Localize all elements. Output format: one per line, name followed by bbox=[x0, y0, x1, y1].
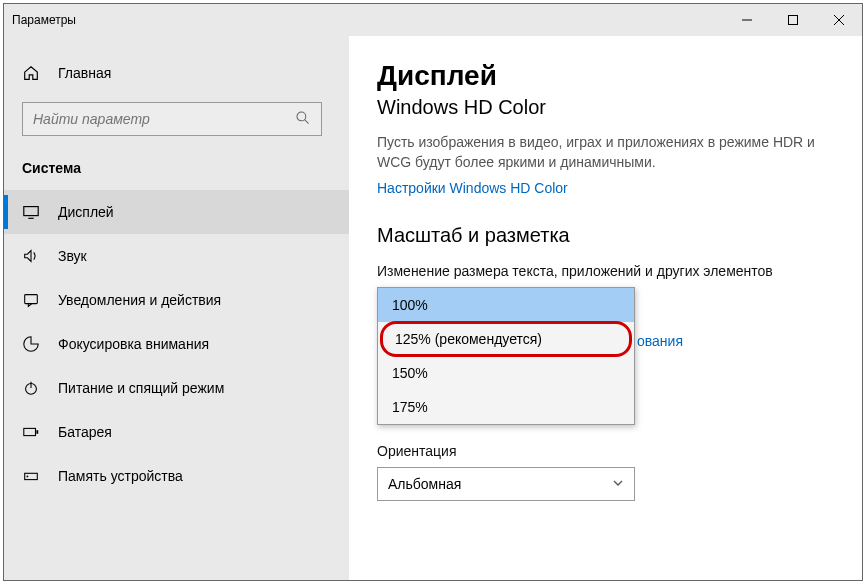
content-pane: Дисплей Windows HD Color Пусть изображен… bbox=[349, 36, 862, 580]
svg-rect-11 bbox=[24, 428, 36, 435]
titlebar: Параметры bbox=[4, 4, 862, 36]
notifications-icon bbox=[22, 291, 42, 309]
minimize-button[interactable] bbox=[724, 4, 770, 36]
search-input-wrap[interactable] bbox=[22, 102, 322, 136]
scale-option-100[interactable]: 100% bbox=[378, 288, 634, 322]
scale-label: Изменение размера текста, приложений и д… bbox=[377, 263, 834, 279]
home-icon bbox=[22, 64, 42, 82]
orientation-label: Ориентация bbox=[377, 443, 834, 459]
advanced-scale-link-fragment[interactable]: ования bbox=[637, 333, 683, 349]
search-input[interactable] bbox=[33, 111, 283, 127]
orientation-select[interactable]: Альбомная bbox=[377, 467, 635, 501]
window-title: Параметры bbox=[4, 13, 76, 27]
page-title: Дисплей bbox=[377, 60, 834, 92]
orientation-value: Альбомная bbox=[388, 476, 461, 492]
scale-option-150[interactable]: 150% bbox=[378, 356, 634, 390]
sidebar: Главная Система Дисплей Звук bbox=[4, 36, 349, 580]
svg-rect-1 bbox=[789, 16, 798, 25]
battery-icon bbox=[22, 423, 42, 441]
scale-option-175[interactable]: 175% bbox=[378, 390, 634, 424]
sidebar-item-label: Дисплей bbox=[58, 204, 114, 220]
sidebar-item-display[interactable]: Дисплей bbox=[4, 190, 349, 234]
scale-option-125[interactable]: 125% (рекомендуется) bbox=[380, 321, 632, 357]
sidebar-item-label: Фокусировка внимания bbox=[58, 336, 209, 352]
scale-dropdown[interactable]: 100% 125% (рекомендуется) 150% 175% bbox=[377, 287, 635, 425]
sidebar-item-battery[interactable]: Батарея bbox=[4, 410, 349, 454]
home-nav[interactable]: Главная bbox=[4, 56, 349, 90]
close-button[interactable] bbox=[816, 4, 862, 36]
svg-line-5 bbox=[305, 119, 309, 123]
sidebar-item-focus[interactable]: Фокусировка внимания bbox=[4, 322, 349, 366]
hdr-description: Пусть изображения в видео, играх и прило… bbox=[377, 133, 834, 172]
category-heading: Система bbox=[4, 154, 349, 190]
svg-rect-12 bbox=[36, 430, 38, 434]
window-controls bbox=[724, 4, 862, 36]
svg-point-4 bbox=[297, 112, 306, 121]
sidebar-item-label: Память устройства bbox=[58, 468, 183, 484]
search-icon bbox=[295, 110, 311, 129]
storage-icon bbox=[22, 467, 42, 485]
power-icon bbox=[22, 379, 42, 397]
sidebar-item-label: Уведомления и действия bbox=[58, 292, 221, 308]
sidebar-item-sound[interactable]: Звук bbox=[4, 234, 349, 278]
sidebar-item-notifications[interactable]: Уведомления и действия bbox=[4, 278, 349, 322]
scale-heading: Масштаб и разметка bbox=[377, 224, 834, 247]
sidebar-item-label: Звук bbox=[58, 248, 87, 264]
sidebar-item-power[interactable]: Питание и спящий режим bbox=[4, 366, 349, 410]
sidebar-item-label: Батарея bbox=[58, 424, 112, 440]
chevron-down-icon bbox=[612, 476, 624, 492]
hdr-settings-link[interactable]: Настройки Windows HD Color bbox=[377, 180, 834, 196]
home-label: Главная bbox=[58, 65, 111, 81]
sound-icon bbox=[22, 247, 42, 265]
settings-window: Параметры Главная Си bbox=[3, 3, 863, 581]
svg-point-14 bbox=[27, 476, 29, 478]
sidebar-item-label: Питание и спящий режим bbox=[58, 380, 224, 396]
svg-rect-8 bbox=[25, 295, 38, 304]
hdr-subtitle: Windows HD Color bbox=[377, 96, 834, 119]
svg-rect-6 bbox=[24, 207, 38, 216]
display-icon bbox=[22, 203, 42, 221]
focus-icon bbox=[22, 335, 42, 353]
maximize-button[interactable] bbox=[770, 4, 816, 36]
sidebar-item-storage[interactable]: Память устройства bbox=[4, 454, 349, 498]
